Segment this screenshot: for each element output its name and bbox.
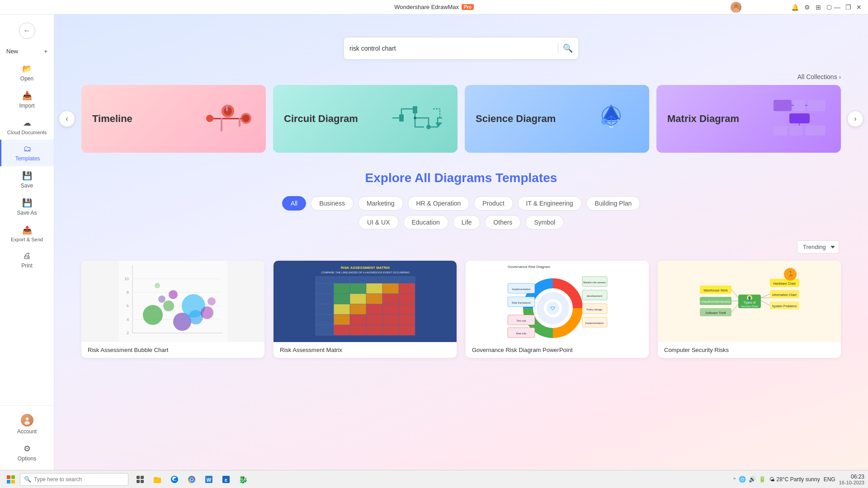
filter-building[interactable]: Building Plan — [586, 196, 641, 211]
open-icon: 📂 — [22, 64, 32, 74]
taskbar-app-edge[interactable] — [166, 472, 183, 487]
taskbar-volume-icon[interactable]: 🔊 — [749, 476, 756, 483]
filter-education[interactable]: Education — [403, 215, 448, 230]
filter-marketing[interactable]: Marketing — [358, 196, 403, 211]
user-avatar[interactable] — [731, 2, 741, 13]
carousel-next-button[interactable]: › — [847, 111, 863, 127]
sort-select[interactable]: Trending Newest Popular — [797, 240, 839, 253]
window-controls[interactable]: — ❐ ✕ — [834, 0, 863, 14]
svg-rect-35 — [774, 126, 787, 136]
all-collections-link[interactable]: All Collections — [797, 73, 837, 80]
minimize-button[interactable]: — — [834, 4, 841, 11]
restore-button[interactable]: ❐ — [844, 4, 852, 11]
svg-text:Warehouse Work: Warehouse Work — [703, 289, 728, 292]
svg-rect-94 — [399, 325, 415, 335]
back-button[interactable]: ← — [0, 18, 54, 43]
svg-line-143 — [761, 294, 770, 298]
sidebar-item-cloud[interactable]: ☁ Cloud Documents — [0, 113, 54, 140]
svg-rect-11 — [226, 104, 228, 111]
print-icon: 🖨 — [23, 251, 31, 261]
carousel-card-science[interactable]: Science Diagram — [465, 85, 649, 153]
filter-hr[interactable]: HR & Operation — [408, 196, 470, 211]
sort-container: Trending Newest Popular — [81, 240, 841, 253]
taskbar-app-dragon[interactable]: 🐉 — [235, 472, 251, 487]
sidebar-item-open[interactable]: 📂 Open — [0, 59, 54, 86]
svg-text:COMPARE THE LIKELIHOOD OF A HA: COMPARE THE LIKELIHOOD OF A HAZARDOUS EV… — [321, 271, 410, 274]
svg-rect-14 — [413, 106, 417, 113]
taskbar-battery-icon[interactable]: 🔋 — [759, 476, 766, 483]
svg-rect-69 — [399, 277, 415, 283]
template-card-governance[interactable]: Governance Risk Diagram — [466, 261, 649, 358]
filter-others[interactable]: Others — [485, 215, 521, 230]
filter-life[interactable]: Life — [453, 215, 481, 230]
taskbar-weather: 🌤 28°C Partly sunny — [769, 476, 820, 483]
save-as-label: Save As — [17, 210, 37, 216]
filter-ui[interactable]: UI & UX — [359, 215, 399, 230]
sidebar-item-templates[interactable]: 🗂 Templates — [0, 140, 54, 166]
svg-text:Security Risks: Security Risks — [741, 305, 758, 308]
settings-icon[interactable]: ⚙ — [804, 4, 810, 11]
taskbar-start-button[interactable] — [4, 472, 18, 487]
svg-point-50 — [143, 305, 163, 325]
carousel-card-matrix[interactable]: Matrix Diagram — [656, 85, 841, 153]
template-thumb-security: Types of Security Risks 👤 Warehouse Work… — [658, 261, 841, 342]
notification-icon[interactable]: 🔔 — [791, 4, 799, 11]
svg-rect-149 — [7, 480, 10, 483]
carousel-prev-button[interactable]: ‹ — [59, 111, 75, 127]
sidebar-item-export[interactable]: 📤 Export & Send — [0, 221, 54, 247]
svg-text:🛡: 🛡 — [551, 306, 555, 311]
sidebar-item-save[interactable]: 💾 Save — [0, 166, 54, 193]
taskbar-chevron-icon[interactable]: ^ — [733, 477, 736, 482]
save-label: Save — [21, 183, 33, 189]
matrix-icon — [771, 98, 830, 140]
svg-point-9 — [242, 115, 250, 122]
carousel-card-timeline[interactable]: Timeline — [81, 85, 266, 153]
svg-text:2: 2 — [126, 331, 128, 335]
template-card-matrix[interactable]: RISK ASSESSMENT MATRIX COMPARE THE LIKEL… — [274, 261, 457, 358]
svg-rect-93 — [382, 325, 399, 335]
taskbar-app-edraw[interactable]: E — [218, 472, 234, 487]
search-input[interactable] — [349, 45, 553, 52]
explore-title: Explore All Diagrams Templates — [81, 171, 841, 185]
sidebar-item-print[interactable]: 🖨 Print — [0, 247, 54, 273]
taskbar-app-chrome[interactable] — [184, 472, 200, 487]
template-card-security[interactable]: Types of Security Risks 👤 Warehouse Work… — [658, 261, 841, 358]
search-button[interactable]: 🔍 — [563, 43, 573, 53]
close-button[interactable]: ✕ — [855, 4, 863, 11]
svg-text:The risk: The risk — [516, 319, 526, 322]
svg-rect-65 — [334, 277, 350, 283]
filter-symbol[interactable]: Symbol — [525, 215, 564, 230]
share-icon[interactable]: ⬡ — [826, 4, 832, 11]
svg-text:development: development — [586, 295, 602, 297]
taskbar-search-icon: 🔍 — [24, 476, 31, 483]
sidebar-item-save-as[interactable]: 💾 Save As — [0, 193, 54, 221]
sidebar-item-options[interactable]: ⚙ Options — [0, 439, 54, 466]
svg-text:Information Chart: Information Chart — [772, 293, 796, 296]
taskbar-app-explorer[interactable] — [149, 472, 165, 487]
svg-text:🏃: 🏃 — [787, 271, 793, 277]
svg-line-28 — [611, 122, 618, 126]
taskbar-app-word[interactable]: W — [201, 472, 217, 487]
filter-all[interactable]: All — [282, 196, 307, 211]
svg-text:Unauthorized Access: Unauthorized Access — [701, 300, 731, 303]
sidebar-item-new[interactable]: New + — [0, 43, 54, 59]
sidebar-item-import[interactable]: 📥 Import — [0, 86, 54, 113]
svg-rect-84 — [399, 304, 415, 314]
taskbar-app-taskview[interactable] — [132, 472, 148, 487]
filter-product[interactable]: Product — [474, 196, 513, 211]
taskbar-search-box[interactable]: 🔍 — [20, 473, 128, 486]
taskbar-search-input[interactable] — [34, 476, 124, 483]
sidebar: ← New + 📂 Open 📥 Import ☁ Cloud Document… — [0, 14, 54, 470]
carousel-card-circuit[interactable]: Circuit Diagram — [273, 85, 458, 153]
template-title-governance: Governance Risk Diagram PowerPoint — [466, 342, 649, 358]
filter-it[interactable]: IT & Engineering — [518, 196, 582, 211]
taskbar-clock: 06:23 16-10-2023 — [839, 474, 864, 485]
filter-business[interactable]: Business — [311, 196, 354, 211]
taskbar-right: ^ 🌐 🔊 🔋 🌤 28°C Partly sunny ENG 06:23 16… — [733, 474, 864, 485]
grid-icon[interactable]: ⊞ — [816, 4, 821, 11]
template-card-bubble[interactable]: 10 8 6 4 2 — [81, 261, 264, 358]
sidebar-item-account[interactable]: Account — [0, 409, 54, 439]
taskbar-network-icon[interactable]: 🌐 — [739, 476, 746, 483]
back-icon[interactable]: ← — [19, 23, 35, 39]
svg-point-1 — [733, 8, 739, 13]
